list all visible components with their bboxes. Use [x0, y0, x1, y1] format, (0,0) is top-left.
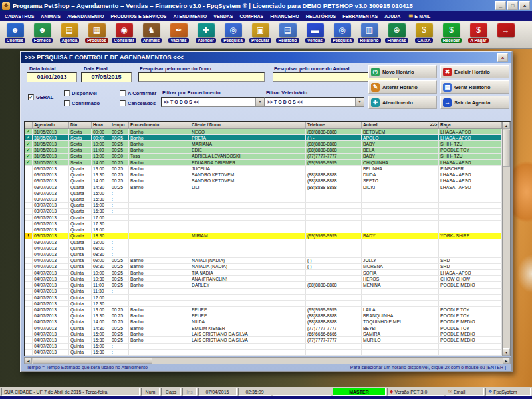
sair-da-agenda-button[interactable]: →Sair da Agenda [440, 96, 509, 109]
table-row[interactable]: !03/07/2013Quarta18:30:MIRIAM(99)9999-99… [25, 233, 502, 239]
chevron-down-icon[interactable]: ▼ [355, 98, 364, 106]
column-header-arrows[interactable]: >>> [428, 122, 439, 128]
alterar-horario-button[interactable]: ✎Alterar Horário [368, 80, 437, 94]
table-row[interactable]: 03/07/2013Quarta19:00: [25, 239, 502, 245]
table-row[interactable]: 04/07/2013Quinta15:0000:25BanhoLAIS CRIS… [25, 331, 502, 337]
table-row[interactable]: 03/07/2013Quarta13:3000:25BanhoSANDRO KE… [25, 172, 502, 178]
dono-search-input[interactable] [138, 72, 265, 82]
table-row[interactable]: 04/07/2013Quinta13:3000:25BanhoFELIPE(88… [25, 313, 502, 319]
veterinario-dropdown[interactable]: >> T O D O S << ▼ [265, 97, 364, 107]
column-header-client[interactable]: Cliente / Dono [190, 122, 306, 128]
table-row[interactable]: 03/07/2013Quarta15:00: [25, 190, 502, 196]
table-row[interactable]: 03/07/2013Quarta15:30: [25, 196, 502, 202]
toolbar-relatorio-vendas[interactable]: ▥Relatório [356, 23, 383, 43]
checkbox-disponivel[interactable]: Disponível [64, 90, 97, 96]
column-header-time[interactable]: Hora [92, 122, 110, 128]
column-header-animal[interactable]: Animal [362, 122, 428, 128]
table-row[interactable]: 04/07/2013Quinta08:30: [25, 251, 502, 257]
vertical-scrollbar[interactable]: ▲ ▼ [502, 122, 510, 356]
table-row[interactable]: ✓31/05/2013Sexta11:0000:25BanhoEDIE(88)8… [25, 148, 502, 154]
table-row[interactable]: 04/07/2013Quinta14:0000:25BanhoNILDA(88)… [25, 319, 502, 325]
table-row[interactable]: ✓31/05/2013Sexta14:0000:25BanhoEDUARDA D… [25, 160, 502, 166]
toolbar-vendas[interactable]: ▬Vendas [301, 23, 329, 43]
procedimento-dropdown[interactable]: >> T O D O S << ▼ [161, 97, 265, 107]
excluir-horario-button[interactable]: ✖Excluir Horário [440, 65, 509, 78]
column-header-dur[interactable]: tempo [110, 122, 129, 128]
menu-item-agendamento[interactable]: AGENDAMENTO [64, 14, 107, 19]
table-row[interactable]: ✓31/05/2013Sexta09:0000:25BanhoNEGO(88)8… [25, 129, 502, 135]
table-row[interactable]: 04/07/2013Quinta11:0000:25BanhoDARLEY(88… [25, 282, 502, 288]
table-row[interactable]: 04/07/2013Quinta14:3000:25BanhoEMILIM KI… [25, 325, 502, 331]
gerar-relatorio-button[interactable]: ▤Gerar Relatório [440, 80, 509, 94]
horizontal-scroll-thumb[interactable] [33, 358, 152, 364]
column-header-breed[interactable]: Raça [439, 122, 502, 128]
toolbar-vacinas[interactable]: ✒Vacinas [165, 23, 192, 43]
menu-item-relatorios[interactable]: RELATÓRIOS [303, 14, 339, 19]
table-row[interactable]: 04/07/2013Quinta12:00: [25, 295, 502, 301]
vertical-scroll-thumb[interactable] [503, 130, 510, 167]
column-header-proc[interactable]: Procedimento [129, 122, 190, 128]
menu-item-email[interactable]: ✉E-MAIL [405, 13, 434, 19]
toolbar-pesquisa-atendimento[interactable]: ◎Pesquisa [219, 23, 247, 43]
toolbar-sair[interactable]: → [492, 23, 519, 37]
toolbar-produtos[interactable]: ▦Produtos [83, 23, 110, 43]
dialog-close-icon[interactable]: × [497, 53, 508, 62]
table-row[interactable]: 03/07/2013Quarta14:0000:25BanhoSANDRO KE… [25, 178, 502, 184]
table-row[interactable]: ✓31/05/2013Sexta10:0000:25BanhoMARIANA(8… [25, 141, 502, 147]
menu-item-compras[interactable]: COMPRAS [236, 14, 267, 19]
toolbar-pesquisa-vendas[interactable]: ◎Pesquisa [329, 23, 356, 43]
checkbox-confirmado[interactable]: Confirmado [64, 100, 100, 106]
toolbar-financas[interactable]: ⊕Finanças [383, 23, 410, 43]
checkbox-geral[interactable]: ✓ GERAL [28, 94, 53, 100]
toolbar-procurar[interactable]: ▣Procurar [247, 23, 274, 43]
scroll-up-icon[interactable]: ▲ [503, 122, 510, 129]
table-row[interactable]: ✓31/05/2013Sexta09:0000:25BanhoPRETA( ) … [25, 135, 502, 141]
column-header-date[interactable]: Agendado [33, 122, 69, 128]
data-inicial-field[interactable]: 01/01/2013 [27, 72, 77, 82]
horizontal-scrollbar[interactable]: ◀ ▶ [24, 357, 511, 364]
table-row[interactable]: 03/07/2013Quarta16:00: [25, 203, 502, 209]
table-row[interactable]: 04/07/2013Quinta09:3000:25BanhoNATALIA (… [25, 264, 502, 270]
toolbar-fornecedores[interactable]: ☻Fornece [29, 23, 56, 43]
table-row[interactable]: 04/07/2013Quinta16:30: [25, 350, 502, 356]
data-final-field[interactable]: 07/05/2015 [81, 72, 132, 82]
toolbar-clientes[interactable]: ☻Clientes [1, 23, 29, 43]
toolbar-agenda[interactable]: ▤Agenda [56, 23, 83, 43]
close-icon[interactable]: × [519, 1, 530, 10]
column-header-st[interactable] [25, 122, 33, 128]
toolbar-receber[interactable]: $Receber [438, 23, 465, 43]
column-header-day[interactable]: Dia [69, 122, 92, 128]
scroll-down-icon[interactable]: ▼ [503, 348, 510, 356]
toolbar-relatorio-atendimento[interactable]: ▤Relatório [274, 23, 301, 43]
table-row[interactable]: 04/07/2013Quinta15:3000:25BanhoLAIS CRIS… [25, 337, 502, 343]
table-row[interactable]: 04/07/2013Quinta09:0000:25BanhoNATALI (N… [25, 258, 502, 264]
menu-item-cadastros[interactable]: CADASTROS [1, 14, 37, 19]
maximize-icon[interactable]: □ [507, 1, 518, 10]
menu-item-ferramentas[interactable]: FERRAMENTAS [339, 14, 381, 19]
menu-item-ajuda[interactable]: AJUDA [381, 14, 404, 19]
table-row[interactable]: 04/07/2013Quinta12:30: [25, 301, 502, 307]
table-row[interactable]: 04/07/2013Quinta16:00: [25, 344, 502, 350]
table-row[interactable]: 03/07/2013Quarta16:30: [25, 209, 502, 215]
scroll-left-icon[interactable]: ◀ [25, 358, 32, 364]
chevron-down-icon[interactable]: ▼ [255, 98, 264, 106]
table-row[interactable]: 03/07/2013Quarta17:00: [25, 215, 502, 221]
table-row[interactable]: 04/07/2013Quinta13:0000:25BanhoFELIPE(99… [25, 307, 502, 313]
menu-item-vendas[interactable]: VENDAS [210, 14, 236, 19]
toolbar-a-pagar[interactable]: $A Pagar [465, 23, 492, 43]
table-row[interactable]: 03/07/2013Quarta18:00: [25, 227, 502, 233]
toolbar-caixa[interactable]: $CAIXA [410, 23, 438, 43]
table-row[interactable]: 04/07/2013Quinta10:3000:25BanhoANA (FRAN… [25, 276, 502, 282]
atendimento-button[interactable]: ✚Atendimento [368, 96, 437, 109]
table-row[interactable]: 03/07/2013Quarta14:3000:25BanhoLILI(88)8… [25, 184, 502, 190]
toolbar-animais[interactable]: ♞Animais [138, 23, 165, 43]
minimize-icon[interactable]: _ [495, 1, 506, 10]
table-row[interactable]: 04/07/2013Quinta08:00: [25, 245, 502, 251]
table-row[interactable]: 04/07/2013Quinta11:30: [25, 289, 502, 295]
menu-item-produtos-e-servicos[interactable]: PRODUTOS E SERVIÇOS [107, 14, 170, 19]
scroll-right-icon[interactable]: ▶ [503, 358, 510, 364]
table-row[interactable]: 04/07/2013Quinta10:0000:25BanhoTIA NADIA… [25, 270, 502, 276]
novo-horario-button[interactable]: ◷Novo Horário [368, 65, 437, 78]
menu-item-atendimento[interactable]: ATENDIMENTO [170, 14, 211, 19]
table-row[interactable]: ✓31/05/2013Sexta13:0000:30TosaADRIELA LE… [25, 154, 502, 160]
